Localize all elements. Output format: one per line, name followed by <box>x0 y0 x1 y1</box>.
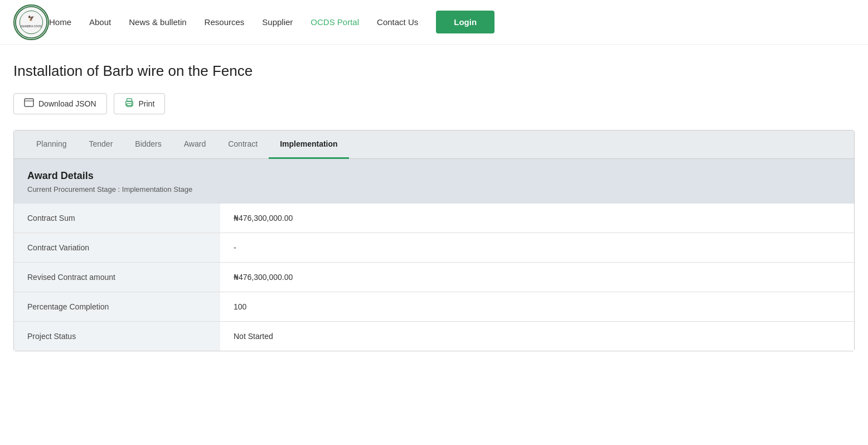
print-button[interactable]: Print <box>114 93 166 114</box>
tab-award[interactable]: Award <box>173 130 217 159</box>
table-row: Contract Variation - <box>14 233 854 263</box>
logo-svg: 🦅 ANAMBRA STATE <box>14 6 48 39</box>
print-svg <box>124 98 134 107</box>
svg-text:🦅: 🦅 <box>28 15 35 22</box>
nav-item-about[interactable]: About <box>89 17 111 27</box>
page-title: Installation of Barb wire on the Fence <box>13 62 855 80</box>
svg-point-9 <box>131 102 132 103</box>
table-row: Contract Sum ₦476,300,000.00 <box>14 204 854 233</box>
nav-item-news[interactable]: News & bulletin <box>129 17 186 27</box>
nav-item-resources[interactable]: Resources <box>205 17 245 27</box>
row-value-revised-contract: ₦476,300,000.00 <box>220 263 854 292</box>
svg-rect-4 <box>25 99 33 107</box>
nav-item-contact[interactable]: Contact Us <box>377 17 418 27</box>
download-svg <box>24 98 34 107</box>
nav-links: Home About News & bulletin Resources Sup… <box>49 17 418 27</box>
details-table: Contract Sum ₦476,300,000.00 Contract Va… <box>14 204 854 351</box>
download-json-label: Download JSON <box>38 99 96 108</box>
table-body: Contract Sum ₦476,300,000.00 Contract Va… <box>14 204 854 351</box>
svg-text:ANAMBRA STATE: ANAMBRA STATE <box>21 25 42 28</box>
download-icon <box>24 98 34 109</box>
login-button[interactable]: Login <box>436 11 494 33</box>
print-label: Print <box>139 99 155 108</box>
row-value-percentage: 100 <box>220 292 854 322</box>
award-subtitle: Current Procurement Stage : Implementati… <box>27 185 841 194</box>
nav-link-home[interactable]: Home <box>49 17 71 27</box>
row-label-percentage: Percentage Completion <box>14 292 220 322</box>
page-content: Installation of Barb wire on the Fence D… <box>0 45 868 369</box>
tab-bidders[interactable]: Bidders <box>124 130 172 159</box>
nav-link-contact[interactable]: Contact Us <box>377 17 418 27</box>
svg-point-0 <box>16 6 47 37</box>
logo: 🦅 ANAMBRA STATE <box>13 4 49 40</box>
nav-link-resources[interactable]: Resources <box>205 17 245 27</box>
nav-item-ocds[interactable]: OCDS Portal <box>311 17 359 27</box>
nav-link-ocds[interactable]: OCDS Portal <box>311 17 359 27</box>
action-buttons: Download JSON Print <box>13 93 855 114</box>
row-value-contract-sum: ₦476,300,000.00 <box>220 204 854 233</box>
tab-planning[interactable]: Planning <box>25 130 78 159</box>
row-label-contract-sum: Contract Sum <box>14 204 220 233</box>
tab-implementation[interactable]: Implementation <box>269 130 348 159</box>
tab-bar: Planning Tender Bidders Award Contract I… <box>14 130 854 159</box>
main-card: Planning Tender Bidders Award Contract I… <box>13 130 855 351</box>
nav-item-supplier[interactable]: Supplier <box>262 17 293 27</box>
nav-link-supplier[interactable]: Supplier <box>262 17 293 27</box>
table-row: Revised Contract amount ₦476,300,000.00 <box>14 263 854 292</box>
table-row: Project Status Not Started <box>14 322 854 351</box>
download-json-button[interactable]: Download JSON <box>13 93 107 114</box>
row-label-project-status: Project Status <box>14 322 220 351</box>
nav-link-about[interactable]: About <box>89 17 111 27</box>
row-label-contract-variation: Contract Variation <box>14 233 220 263</box>
print-icon <box>124 98 134 109</box>
svg-rect-8 <box>127 104 132 107</box>
award-header: Award Details Current Procurement Stage … <box>14 159 854 204</box>
award-title: Award Details <box>27 170 841 182</box>
row-label-revised-contract: Revised Contract amount <box>14 263 220 292</box>
navbar: 🦅 ANAMBRA STATE Home About News & bullet… <box>0 0 868 45</box>
tab-contract[interactable]: Contract <box>217 130 269 159</box>
nav-item-home[interactable]: Home <box>49 17 71 27</box>
row-value-contract-variation: - <box>220 233 854 263</box>
row-value-project-status: Not Started <box>220 322 854 351</box>
table-row: Percentage Completion 100 <box>14 292 854 322</box>
nav-link-news[interactable]: News & bulletin <box>129 17 186 27</box>
tab-tender[interactable]: Tender <box>78 130 124 159</box>
